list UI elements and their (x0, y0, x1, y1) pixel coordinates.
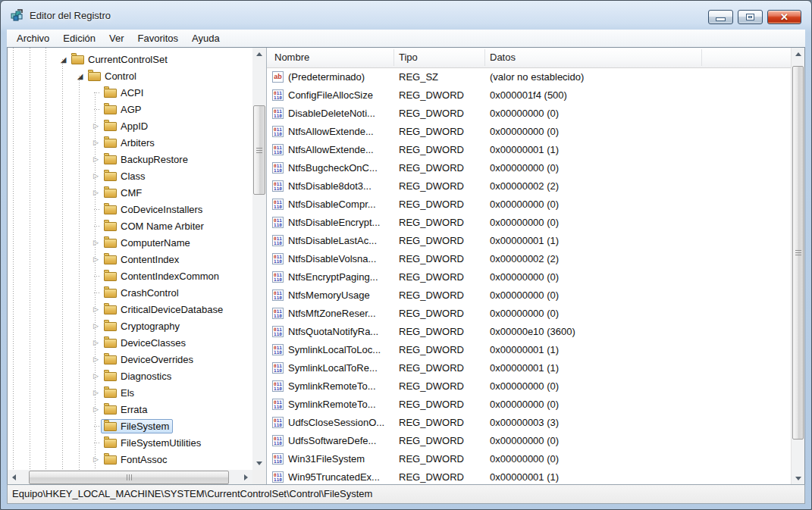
title-bar[interactable]: Editor del Registro ✕ (1, 1, 811, 30)
tree-item-arbiters[interactable]: ▷Arbiters (8, 134, 252, 151)
menu-edicion[interactable]: Edición (56, 31, 102, 45)
registry-value-row[interactable]: 011110SymlinkLocalToRe...REG_DWORD0x0000… (267, 359, 791, 377)
tree-expander-closed-icon[interactable]: ▷ (91, 167, 101, 184)
tree-item-filesystemutilities[interactable]: FileSystemUtilities (8, 434, 252, 451)
registry-value-row[interactable]: 011110NtfsDisableCompr...REG_DWORD0x0000… (267, 196, 791, 214)
tree-item-diagnostics[interactable]: ▷Diagnostics (8, 368, 252, 384)
tree-item-computername[interactable]: ▷ComputerName (8, 234, 252, 251)
tree-item-filesystem[interactable]: FileSystem (8, 418, 252, 434)
tree-item-label: CurrentControlSet (88, 54, 168, 65)
registry-value-row[interactable]: 011110SymlinkLocalToLoc...REG_DWORD0x000… (267, 341, 791, 359)
column-header-tipo[interactable]: Tipo (399, 52, 418, 63)
registry-value-row[interactable]: ab(Predeterminado)REG_SZ(valor no establ… (267, 68, 791, 86)
tree-item-fontassoc[interactable]: ▷FontAssoc (8, 451, 252, 468)
tree-item-contentindex[interactable]: ▷ContentIndex (8, 251, 252, 268)
column-separator[interactable] (701, 49, 702, 66)
value-type: REG_DWORD (399, 341, 482, 359)
value-data: 0x00000001 (1) (490, 468, 699, 485)
scroll-right-icon[interactable] (244, 474, 248, 480)
minimize-button[interactable] (708, 10, 733, 24)
list-vscroll-thumb[interactable] (792, 66, 804, 440)
tree-expander-closed-icon[interactable]: ▷ (91, 334, 101, 351)
tree-expander-open-icon[interactable]: ◢ (75, 67, 85, 84)
tree-expander-closed-icon[interactable]: ▷ (91, 351, 101, 368)
tree-item-com-name-arbiter[interactable]: COM Name Arbiter (8, 217, 252, 234)
tree-expander-closed-icon[interactable]: ▷ (91, 318, 101, 334)
menu-favoritos[interactable]: Favoritos (131, 31, 185, 45)
tree-item-codeviceinstallers[interactable]: CoDeviceInstallers (8, 201, 252, 217)
column-header-nombre[interactable]: Nombre (274, 52, 309, 63)
tree-item-appid[interactable]: ▷AppID (8, 117, 252, 134)
column-header-datos[interactable]: Datos (490, 52, 516, 63)
scroll-down-icon[interactable] (795, 477, 801, 480)
tree-item-backuprestore[interactable]: ▷BackupRestore (8, 151, 252, 167)
registry-value-row[interactable]: 011110Win95TruncatedEx...REG_DWORD0x0000… (267, 468, 791, 485)
tree-item-deviceoverrides[interactable]: ▷DeviceOverrides (8, 351, 252, 368)
menu-ver[interactable]: Ver (102, 31, 131, 45)
list-vertical-scrollbar[interactable] (791, 48, 804, 485)
tree-expander-closed-icon[interactable]: ▷ (91, 234, 101, 251)
tree-item-deviceclasses[interactable]: ▷DeviceClasses (8, 334, 252, 351)
tree-expander-closed-icon[interactable]: ▷ (91, 184, 101, 201)
registry-value-row[interactable]: 011110SymlinkRemoteTo...REG_DWORD0x00000… (267, 377, 791, 396)
registry-value-row[interactable]: 011110UdfsCloseSessionO...REG_DWORD0x000… (267, 414, 791, 432)
registry-value-row[interactable]: 011110NtfsDisableLastAc...REG_DWORD0x000… (267, 232, 791, 250)
tree-item-control[interactable]: ◢Control (8, 67, 252, 84)
menu-archivo[interactable]: Archivo (10, 31, 56, 45)
tree-vertical-scrollbar[interactable] (252, 48, 266, 470)
registry-value-row[interactable]: 011110NtfsMftZoneReser...REG_DWORD0x0000… (267, 305, 791, 323)
registry-value-row[interactable]: 011110NtfsDisable8dot3...REG_DWORD0x0000… (267, 177, 791, 196)
tree-item-els[interactable]: ▷Els (8, 384, 252, 401)
folder-icon (104, 139, 117, 148)
registry-value-row[interactable]: 011110NtfsDisableVolsna...REG_DWORD0x000… (267, 250, 791, 268)
value-name: Win95TruncatedEx... (288, 468, 392, 485)
scroll-left-icon[interactable] (12, 474, 16, 480)
value-type: REG_DWORD (399, 123, 482, 141)
tree-expander-closed-icon[interactable]: ▷ (91, 301, 101, 318)
tree-expander-closed-icon[interactable]: ▷ (91, 384, 101, 401)
tree-item-agp[interactable]: AGP (8, 101, 252, 117)
scroll-up-icon[interactable] (256, 52, 262, 56)
scroll-up-icon[interactable] (795, 52, 801, 56)
tree-expander-closed-icon[interactable]: ▷ (91, 401, 101, 418)
registry-value-row[interactable]: 011110NtfsDisableEncrypt...REG_DWORD0x00… (267, 214, 791, 232)
tree-item-contentindexcommon[interactable]: ContentIndexCommon (8, 268, 252, 284)
tree-expander-closed-icon[interactable]: ▷ (91, 151, 101, 167)
tree-expander-closed-icon[interactable]: ▷ (91, 451, 101, 468)
close-button[interactable]: ✕ (767, 10, 801, 24)
registry-value-row[interactable]: 011110NtfsAllowExtende...REG_DWORD0x0000… (267, 141, 791, 159)
tree-expander-closed-icon[interactable]: ▷ (91, 117, 101, 134)
tree-item-class[interactable]: ▷Class (8, 167, 252, 184)
tree-item-label: Errata (121, 404, 147, 415)
registry-value-row[interactable]: 011110NtfsAllowExtende...REG_DWORD0x0000… (267, 123, 791, 141)
registry-value-row[interactable]: 011110Win31FileSystemREG_DWORD0x00000000… (267, 450, 791, 468)
tree-item-cmf[interactable]: ▷CMF (8, 184, 252, 201)
column-separator[interactable] (484, 49, 485, 66)
tree-item-currentcontrolset[interactable]: ◢CurrentControlSet (8, 51, 252, 67)
registry-value-row[interactable]: 011110SymlinkRemoteTo...REG_DWORD0x00000… (267, 396, 791, 414)
tree-item-errata[interactable]: ▷Errata (8, 401, 252, 418)
tree-horizontal-scrollbar[interactable] (8, 470, 252, 485)
registry-value-row[interactable]: 011110DisableDeleteNoti...REG_DWORD0x000… (267, 105, 791, 123)
tree-expander-closed-icon[interactable]: ▷ (91, 251, 101, 268)
tree-hscroll-thumb[interactable] (29, 471, 229, 484)
registry-value-row[interactable]: 011110UdfsSoftwareDefe...REG_DWORD0x0000… (267, 432, 791, 450)
registry-value-row[interactable]: 011110NtfsEncryptPaging...REG_DWORD0x000… (267, 268, 791, 286)
tree-item-acpi[interactable]: ACPI (8, 84, 252, 101)
tree-expander-closed-icon[interactable]: ▷ (91, 368, 101, 384)
tree-vscroll-thumb[interactable] (253, 105, 265, 195)
registry-value-row[interactable]: 011110ConfigFileAllocSizeREG_DWORD0x0000… (267, 86, 791, 105)
scroll-down-icon[interactable] (256, 462, 262, 465)
registry-value-row[interactable]: 011110NtfsBugcheckOnC...REG_DWORD0x00000… (267, 159, 791, 177)
tree-item-criticaldevicedatabase[interactable]: ▷CriticalDeviceDatabase (8, 301, 252, 318)
column-separator[interactable] (393, 49, 394, 66)
tree-item-cryptography[interactable]: ▷Cryptography (8, 318, 252, 334)
tree-item-crashcontrol[interactable]: CrashControl (8, 284, 252, 301)
registry-value-row[interactable]: 011110NtfsQuotaNotifyRa...REG_DWORD0x000… (267, 323, 791, 341)
registry-value-row[interactable]: 011110NtfsMemoryUsageREG_DWORD0x00000000… (267, 286, 791, 305)
maximize-button[interactable] (738, 10, 763, 24)
value-data: 0x00000001 (1) (490, 359, 699, 377)
tree-expander-open-icon[interactable]: ◢ (58, 51, 68, 67)
tree-expander-closed-icon[interactable]: ▷ (91, 134, 101, 151)
menu-ayuda[interactable]: Ayuda (185, 31, 227, 45)
